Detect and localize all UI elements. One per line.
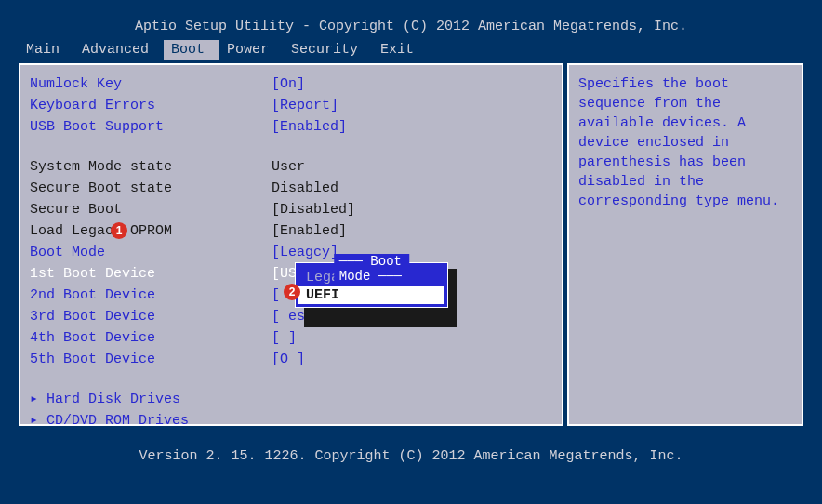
keyboard-errors-row[interactable]: Keyboard Errors [Report] [30,96,552,115]
popup-option-uefi[interactable]: UEFI [298,286,444,304]
settings-panel: Numlock Key [On] Keyboard Errors [Report… [19,63,563,426]
tab-main[interactable]: Main [19,40,74,60]
system-mode-label: System Mode state [30,157,272,177]
boot-1-row[interactable]: 1st Boot Device [USB Storage Device] [30,264,552,284]
system-mode-value: User [272,157,552,177]
load-legacy-row[interactable]: Load Legacy OPROM [Enabled] [30,221,552,241]
boot-mode-label: Boot Mode [30,243,272,262]
boot-4-label: 4th Boot Device [30,328,272,348]
help-text: Specifies the boot sequence from the ava… [578,74,792,211]
popup-title: Boot Mode [334,254,410,284]
boot-5-value: [O ] [272,350,552,369]
secure-boot-row[interactable]: Secure Boot [Disabled] [30,200,552,219]
numlock-value: [On] [272,74,552,94]
boot-5-row[interactable]: 5th Boot Device [O ] [30,350,552,369]
load-legacy-value: [Enabled] [272,221,552,241]
keyboard-errors-label: Keyboard Errors [30,96,272,115]
boot-mode-popup: Boot Mode Legacy UEFI [295,262,448,308]
boot-2-label: 2nd Boot Device [30,285,272,305]
secure-boot-state-label: Secure Boot state [30,179,272,198]
secure-boot-state-value: Disabled [272,179,552,198]
footer-version: Version 2. 15. 1226. Copyright (C) 2012 … [0,426,822,486]
secure-boot-value: [Disabled] [272,200,552,219]
header-title: Aptio Setup Utility - Copyright (C) 2012… [0,0,822,40]
tab-security[interactable]: Security [284,40,373,60]
usb-boot-value: [Enabled] [272,117,552,137]
hdd-submenu[interactable]: ▸ Hard Disk Drives [30,390,552,409]
secure-boot-label: Secure Boot [30,200,272,219]
numlock-row[interactable]: Numlock Key [On] [30,74,552,94]
boot-mode-value: [Leagcy] [272,243,552,262]
tab-exit[interactable]: Exit [373,40,429,60]
tab-bar: Main Advanced Boot Power Security Exit [0,40,822,63]
boot-5-label: 5th Boot Device [30,350,272,369]
keyboard-errors-value: [Report] [272,96,552,115]
annotation-marker-1: 1 [111,222,127,239]
tab-boot[interactable]: Boot [164,40,219,60]
tab-power[interactable]: Power [219,40,284,60]
usb-boot-label: USB Boot Support [30,117,272,137]
boot-1-label: 1st Boot Device [30,264,272,284]
usb-boot-row[interactable]: USB Boot Support [Enabled] [30,117,552,137]
main-area: Numlock Key [On] Keyboard Errors [Report… [19,63,803,426]
boot-mode-row[interactable]: Boot Mode [Leagcy] [30,243,552,262]
boot-3-row[interactable]: 3rd Boot Device [ es: W...] [30,307,552,326]
boot-3-label: 3rd Boot Device [30,307,272,326]
annotation-marker-2: 2 [284,284,300,300]
boot-4-row[interactable]: 4th Boot Device [ ] [30,328,552,348]
numlock-label: Numlock Key [30,74,272,94]
cdrom-submenu[interactable]: ▸ CD/DVD ROM Drives [30,411,552,431]
tab-advanced[interactable]: Advanced [74,40,164,60]
load-legacy-label: Load Legacy OPROM [30,221,272,241]
secure-boot-state-row: Secure Boot state Disabled [30,179,552,198]
system-mode-row: System Mode state User [30,157,552,177]
help-panel: Specifies the boot sequence from the ava… [567,63,803,426]
boot-4-value: [ ] [272,328,552,348]
